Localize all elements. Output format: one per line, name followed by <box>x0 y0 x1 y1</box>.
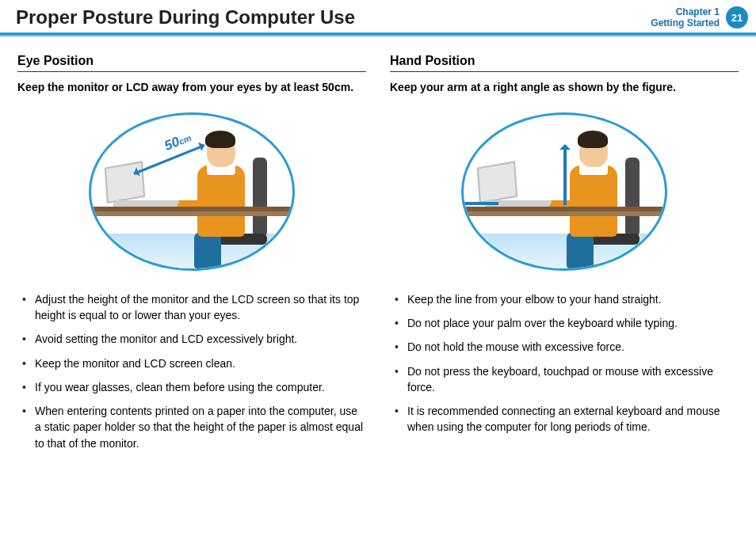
list-item: Keep the monitor and LCD screen clean. <box>17 355 366 371</box>
person-leg <box>567 232 594 268</box>
right-angle-horizontal-icon <box>461 202 498 205</box>
hand-position-bullets: Keep the line from your elbow to your ha… <box>390 291 739 435</box>
chapter-line2: Getting Started <box>651 17 720 29</box>
list-item: When entering contents printed on a pape… <box>17 403 366 451</box>
page-number-badge: 21 <box>726 6 748 29</box>
list-item: Avoid setting the monitor and LCD excess… <box>17 331 366 347</box>
eye-position-heading: Eye Position <box>17 54 366 72</box>
chapter-box: Chapter 1 Getting Started 21 <box>651 6 748 29</box>
hand-position-subtext: Keep your arm at a right angle as shown … <box>390 80 739 95</box>
laptop-screen <box>105 161 145 203</box>
list-item: Do not place your palm over the keyboard… <box>390 315 739 331</box>
person-leg <box>194 232 221 268</box>
hand-position-figure <box>461 112 667 271</box>
hand-position-column: Hand Position Keep your arm at a right a… <box>390 54 739 459</box>
list-item: Do not press the keyboard, touchpad or m… <box>390 363 739 396</box>
distance-unit: cm <box>178 133 193 146</box>
list-item: Keep the line from your elbow to your ha… <box>390 291 739 307</box>
page-title: Proper Posture During Computer Use <box>16 6 355 29</box>
hand-position-heading: Hand Position <box>390 54 739 72</box>
content-columns: Eye Position Keep the monitor or LCD awa… <box>0 35 756 467</box>
chair-back <box>253 158 267 237</box>
eye-position-figure: 50cm <box>89 112 295 271</box>
list-item: Do not hold the mouse with excessive for… <box>390 339 739 355</box>
chapter-line1: Chapter 1 <box>651 6 720 17</box>
eye-position-column: Eye Position Keep the monitor or LCD awa… <box>17 54 366 459</box>
list-item: If you wear glasses, clean them before u… <box>17 379 366 395</box>
person-hair <box>578 131 608 148</box>
laptop-screen <box>477 161 517 203</box>
eye-position-bullets: Adjust the height of the monitor and the… <box>17 291 366 451</box>
laptop-base <box>113 200 180 207</box>
page-header: Proper Posture During Computer Use Chapt… <box>0 0 756 35</box>
chair-back <box>625 158 640 237</box>
chapter-label: Chapter 1 Getting Started <box>651 6 720 29</box>
hand-position-figure-wrap <box>390 112 739 271</box>
eye-position-subtext: Keep the monitor or LCD away from your e… <box>17 80 366 95</box>
list-item: Adjust the height of the monitor and the… <box>17 291 366 324</box>
list-item: It is recommended connecting an external… <box>390 403 739 435</box>
eye-position-figure-wrap: 50cm <box>17 112 366 271</box>
desk-edge <box>91 211 292 216</box>
desk-edge <box>464 211 665 216</box>
right-angle-vertical-icon <box>563 150 567 205</box>
